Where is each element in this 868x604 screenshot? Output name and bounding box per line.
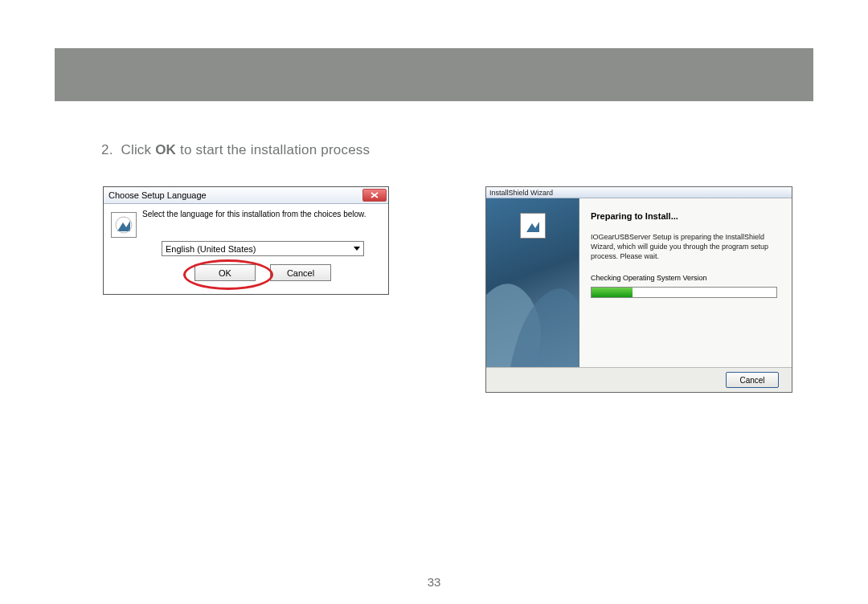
installer-icon bbox=[111, 212, 137, 238]
close-icon bbox=[371, 192, 379, 198]
step-instruction: 2. Click OK to start the installation pr… bbox=[101, 142, 370, 158]
choose-language-dialog: Choose Setup Language Select the langua bbox=[103, 186, 389, 295]
header-bar bbox=[55, 48, 813, 101]
wizard-heading: Preparing to Install... bbox=[591, 211, 780, 221]
step-number: 2. Click bbox=[101, 142, 155, 157]
page-number: 33 bbox=[0, 575, 868, 589]
wizard-sidebar bbox=[486, 198, 579, 367]
chevron-down-icon bbox=[350, 242, 363, 255]
language-value: English (United States) bbox=[166, 244, 256, 254]
wizard-title: InstallShield Wizard bbox=[489, 189, 553, 197]
highlight-circle bbox=[183, 259, 273, 290]
dialog-titlebar: Choose Setup Language bbox=[104, 187, 388, 204]
progress-bar bbox=[591, 287, 777, 298]
installer-icon bbox=[520, 213, 546, 239]
language-select[interactable]: English (United States) bbox=[162, 241, 364, 256]
wizard-cancel-button[interactable]: Cancel bbox=[726, 372, 779, 388]
progress-fill bbox=[592, 288, 633, 297]
wizard-status: Checking Operating System Version bbox=[591, 274, 780, 282]
dialog-title: Choose Setup Language bbox=[108, 190, 207, 200]
installshield-dialog: InstallShield Wizard Prep bbox=[485, 186, 792, 393]
close-button[interactable] bbox=[362, 189, 387, 202]
sidebar-graphic bbox=[486, 263, 579, 367]
ok-word: OK bbox=[155, 142, 176, 157]
cancel-button[interactable]: Cancel bbox=[270, 264, 331, 281]
wizard-body-text: IOGearUSBServer Setup is preparing the I… bbox=[591, 232, 780, 261]
dialog-message: Select the language for this installatio… bbox=[142, 209, 383, 220]
wizard-titlebar: InstallShield Wizard bbox=[486, 187, 792, 198]
step-suffix: to start the installation process bbox=[180, 142, 370, 157]
